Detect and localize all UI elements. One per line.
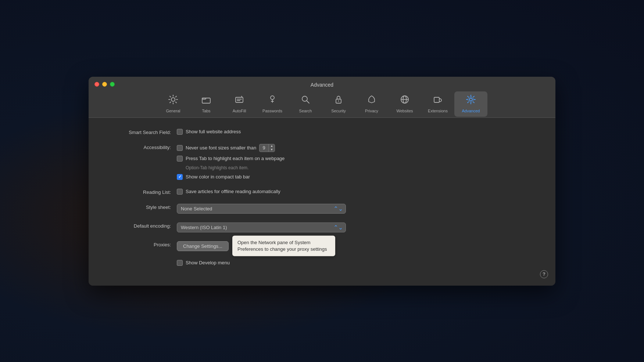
default-encoding-select[interactable]: Western (ISO Latin 1) (177, 222, 346, 232)
show-develop-controls: Show Develop menu (177, 260, 230, 266)
autofill-icon (234, 94, 244, 107)
tab-advanced-label: Advanced (462, 109, 480, 113)
svg-point-12 (468, 97, 474, 102)
window-title: Advanced (311, 82, 333, 88)
settings-content: Smart Search Field: Show full website ad… (89, 118, 555, 286)
proxies-label: Proxies: (103, 241, 177, 247)
tabs-icon (201, 94, 211, 107)
tab-security-label: Security (331, 109, 346, 113)
style-sheet-select-wrapper: None Selected ⌃⌄ (177, 204, 346, 214)
smart-search-label: Smart Search Field: (103, 129, 177, 135)
svg-rect-3 (236, 97, 243, 102)
toolbar: General Tabs (96, 91, 548, 117)
security-icon (333, 94, 344, 107)
font-size-stepper[interactable]: 9 ▲ ▼ (259, 144, 275, 152)
reading-list-controls: Save articles for offline reading automa… (177, 189, 280, 195)
default-encoding-select-wrapper: Western (ISO Latin 1) ⌃⌄ (177, 222, 346, 232)
show-color-checkbox[interactable] (177, 174, 183, 180)
font-size-value: 9 (260, 144, 268, 151)
press-tab-row: Press Tab to highlight each item on a we… (177, 156, 285, 162)
show-develop-label: Show Develop menu (186, 260, 230, 265)
proxies-tooltip: Open the Network pane of System Preferen… (232, 236, 335, 256)
tab-autofill-label: AutoFill (233, 109, 246, 113)
svg-point-4 (271, 96, 274, 99)
save-articles-label: Save articles for offline reading automa… (186, 189, 280, 194)
tab-extensions-label: Extensions (428, 109, 448, 113)
stepper-down[interactable]: ▼ (269, 148, 275, 152)
privacy-icon (366, 94, 377, 107)
extensions-icon (433, 94, 443, 107)
show-develop-label-empty (103, 260, 177, 261)
general-icon (168, 94, 178, 107)
show-develop-checkbox[interactable] (177, 260, 183, 266)
stepper-arrows: ▲ ▼ (268, 144, 275, 152)
tab-search[interactable]: Search (289, 91, 322, 117)
tab-extensions[interactable]: Extensions (421, 91, 454, 117)
tab-websites-label: Websites (396, 109, 413, 113)
minimize-button[interactable] (102, 82, 107, 87)
tab-websites[interactable]: Websites (388, 91, 421, 117)
websites-icon (400, 94, 410, 107)
advanced-icon (466, 94, 476, 107)
reading-list-label: Reading List: (103, 189, 177, 195)
show-color-label: Show color in compact tab bar (186, 174, 250, 180)
never-font-checkbox[interactable] (177, 145, 183, 151)
tab-general[interactable]: General (157, 91, 190, 117)
tab-security[interactable]: Security (322, 91, 355, 117)
passwords-icon (267, 94, 278, 107)
reading-list-row: Reading List: Save articles for offline … (103, 189, 541, 195)
press-tab-checkbox[interactable] (177, 156, 183, 162)
tab-privacy-label: Privacy (365, 109, 378, 113)
never-font-inline: Never use font sizes smaller than 9 ▲ ▼ (186, 144, 275, 152)
show-full-address-checkbox[interactable] (177, 129, 183, 135)
show-develop-row: Show Develop menu (103, 260, 541, 266)
svg-point-0 (171, 98, 175, 101)
tab-tabs-label: Tabs (202, 109, 210, 113)
save-articles-checkbox[interactable] (177, 189, 183, 195)
tab-general-label: General (166, 109, 180, 113)
accessibility-label: Accessibility: (103, 144, 177, 150)
press-tab-label: Press Tab to highlight each item on a we… (186, 156, 285, 161)
tab-passwords-label: Passwords (262, 109, 282, 113)
stepper-up[interactable]: ▲ (269, 144, 275, 148)
svg-rect-10 (434, 97, 439, 102)
preferences-window: Advanced General (89, 77, 555, 286)
show-full-address-row: Show full website address (177, 129, 241, 135)
tab-tabs[interactable]: Tabs (190, 91, 223, 117)
show-full-address-label: Show full website address (186, 129, 241, 134)
style-sheet-select[interactable]: None Selected (177, 204, 346, 214)
save-articles-row: Save articles for offline reading automa… (177, 189, 280, 195)
smart-search-row: Smart Search Field: Show full website ad… (103, 129, 541, 135)
tab-passwords[interactable]: Passwords (256, 91, 289, 117)
traffic-lights (94, 82, 115, 87)
smart-search-controls: Show full website address (177, 129, 241, 135)
search-icon (300, 94, 311, 107)
proxies-row: Proxies: Change Settings... Open the Net… (103, 241, 541, 251)
accessibility-controls: Never use font sizes smaller than 9 ▲ ▼ … (177, 144, 285, 180)
svg-point-7 (338, 100, 339, 101)
proxies-controls: Change Settings... Open the Network pane… (177, 241, 229, 251)
option-tab-text: Option-Tab highlights each item. (177, 165, 285, 170)
style-sheet-row: Style sheet: None Selected ⌃⌄ (103, 204, 541, 214)
close-button[interactable] (94, 82, 99, 87)
tab-search-label: Search (299, 109, 312, 113)
never-font-row: Never use font sizes smaller than 9 ▲ ▼ (177, 144, 285, 152)
help-button[interactable]: ? (540, 270, 548, 278)
never-font-label: Never use font sizes smaller than (186, 145, 256, 151)
title-bar: Advanced General (89, 77, 555, 117)
accessibility-row: Accessibility: Never use font sizes smal… (103, 144, 541, 180)
svg-point-11 (469, 98, 472, 101)
tab-privacy[interactable]: Privacy (355, 91, 388, 117)
change-settings-button[interactable]: Change Settings... (177, 241, 229, 251)
tab-advanced[interactable]: Advanced (454, 91, 487, 117)
style-sheet-label: Style sheet: (103, 204, 177, 210)
tab-autofill[interactable]: AutoFill (223, 91, 256, 117)
show-color-row: Show color in compact tab bar (177, 174, 285, 180)
default-encoding-row: Default encoding: Western (ISO Latin 1) … (103, 222, 541, 232)
default-encoding-label: Default encoding: (103, 222, 177, 229)
maximize-button[interactable] (110, 82, 115, 87)
